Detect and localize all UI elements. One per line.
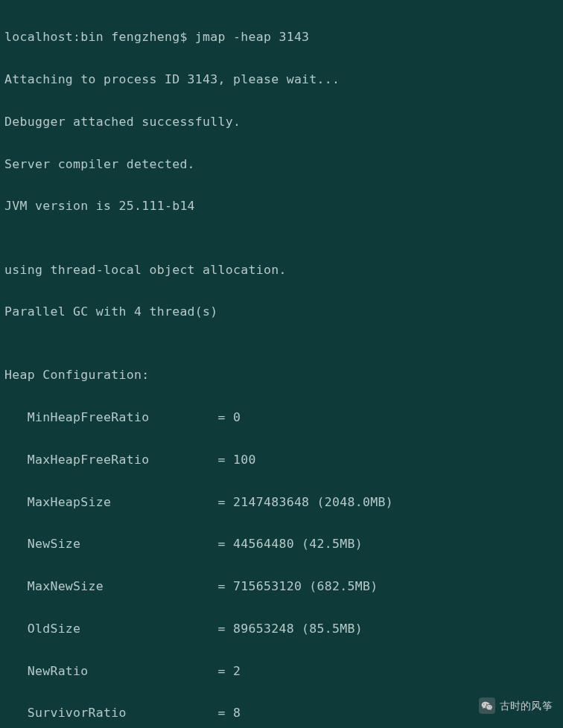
output-line: Debugger attached successfully. xyxy=(4,112,559,132)
heap-config-row: MaxHeapFreeRatio = 100 xyxy=(4,450,559,470)
terminal-output: localhost:bin fengzheng$ jmap -heap 3143… xyxy=(4,6,559,728)
output-line: JVM version is 25.111-b14 xyxy=(4,196,559,217)
watermark: 古时的风筝 xyxy=(479,697,553,715)
output-line: Parallel GC with 4 thread(s) xyxy=(4,301,559,322)
output-line: using thread-local object allocation. xyxy=(4,260,559,281)
heap-config-row: NewSize = 44564480 (42.5MB) xyxy=(4,534,559,555)
prompt-line: localhost:bin fengzheng$ jmap -heap 3143 xyxy=(4,27,559,48)
heap-config-row: SurvivorRatio = 8 xyxy=(4,703,559,724)
watermark-text: 古时的风筝 xyxy=(500,697,553,715)
heap-config-row: OldSize = 89653248 (85.5MB) xyxy=(4,619,559,639)
heap-config-row: MaxHeapSize = 2147483648 (2048.0MB) xyxy=(4,492,559,513)
wechat-icon xyxy=(479,697,495,714)
heap-config-row: MinHeapFreeRatio = 0 xyxy=(4,407,559,428)
output-line: Server compiler detected. xyxy=(4,154,559,175)
output-line: Attaching to process ID 3143, please wai… xyxy=(4,69,559,90)
heap-config-row: NewRatio = 2 xyxy=(4,661,559,682)
heap-config-row: MaxNewSize = 715653120 (682.5MB) xyxy=(4,576,559,597)
heap-config-header: Heap Configuration: xyxy=(4,365,559,386)
